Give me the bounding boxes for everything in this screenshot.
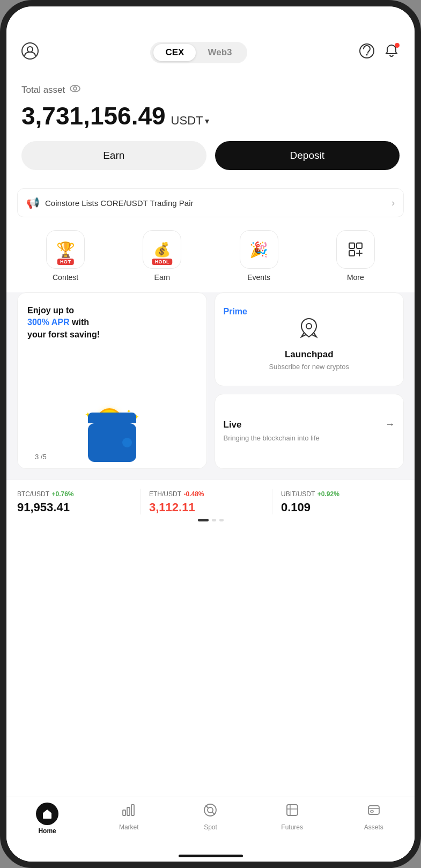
earn-apr: 300% APR bbox=[27, 318, 70, 327]
nav-item-events[interactable]: 🎉 Events bbox=[240, 230, 278, 282]
contest-icon: 🏆 bbox=[56, 241, 75, 259]
currency-text: USDT bbox=[171, 114, 203, 128]
header: CEX Web3 bbox=[6, 33, 415, 70]
currency-caret: ▾ bbox=[205, 116, 209, 126]
btc-change: +0.76% bbox=[51, 490, 73, 498]
earn-line3b: with bbox=[72, 318, 89, 327]
announcement-content: 📢 Coinstore Lists CORE/USDT Trading Pair bbox=[26, 196, 193, 209]
nav-tab-market[interactable]: Market bbox=[113, 803, 145, 835]
bottom-bar bbox=[6, 845, 415, 862]
dot-1 bbox=[212, 519, 216, 521]
ubit-pair-change: UBIT/USDT +0.92% bbox=[281, 489, 404, 498]
asset-label: Total asset bbox=[21, 83, 400, 97]
asset-label-text: Total asset bbox=[21, 85, 65, 95]
earn-button[interactable]: Earn bbox=[21, 141, 206, 170]
nav-tab-assets[interactable]: Assets bbox=[358, 803, 390, 835]
main-content: Total asset 3,731,156.49 USDT ▾ bbox=[6, 70, 415, 797]
announcement-bar[interactable]: 📢 Coinstore Lists CORE/USDT Trading Pair… bbox=[17, 188, 404, 217]
ubit-pair: UBIT/USDT bbox=[281, 490, 315, 498]
ticker-items: BTC/USDT +0.76% 91,953.41 ETH/USDT -0.48… bbox=[17, 489, 404, 514]
events-icon-box: 🎉 bbox=[240, 230, 278, 269]
eth-price: 3,112.11 bbox=[149, 501, 272, 514]
nav-item-more[interactable]: More bbox=[336, 230, 375, 282]
contest-icon-box: 🏆 HOT bbox=[46, 230, 85, 269]
svg-rect-12 bbox=[123, 810, 125, 815]
support-icon[interactable] bbox=[359, 43, 375, 63]
launchpad-title: Launchpad bbox=[285, 349, 334, 360]
dot-active bbox=[198, 519, 209, 521]
announcement-text: Coinstore Lists CORE/USDT Trading Pair bbox=[45, 198, 193, 208]
ticker-bar: BTC/USDT +0.76% 91,953.41 ETH/USDT -0.48… bbox=[6, 480, 415, 530]
svg-rect-13 bbox=[127, 807, 130, 815]
svg-rect-17 bbox=[287, 805, 298, 815]
asset-section: Total asset 3,731,156.49 USDT ▾ bbox=[6, 70, 415, 181]
deposit-button[interactable]: Deposit bbox=[215, 141, 400, 170]
market-label: Market bbox=[119, 823, 139, 831]
tab-switcher: CEX Web3 bbox=[150, 42, 247, 63]
earn-illustration: ✦ ✦ ✦ ₿ 3 /5 bbox=[27, 343, 197, 468]
home-icon bbox=[36, 803, 58, 825]
launchpad-card[interactable]: Prime Launchpad Subscribe for new crypto… bbox=[215, 292, 404, 386]
live-title: Live bbox=[224, 420, 242, 430]
ticker-btc[interactable]: BTC/USDT +0.76% 91,953.41 bbox=[17, 489, 140, 514]
ticker-eth[interactable]: ETH/USDT -0.48% 3,112.11 bbox=[140, 489, 272, 514]
nav-item-contest[interactable]: 🏆 HOT Contest bbox=[46, 230, 85, 282]
home-label: Home bbox=[38, 827, 56, 835]
header-icons bbox=[359, 43, 400, 63]
earn-label: Earn bbox=[154, 273, 171, 282]
chevron-right-icon: › bbox=[392, 197, 395, 209]
rocket-icon bbox=[297, 317, 321, 345]
visibility-icon[interactable] bbox=[69, 83, 81, 97]
dot-2 bbox=[219, 519, 224, 521]
spot-icon bbox=[203, 803, 218, 821]
more-icon-box bbox=[336, 230, 375, 269]
asset-amount: 3,731,156.49 bbox=[21, 101, 166, 130]
asset-currency[interactable]: USDT ▾ bbox=[171, 114, 210, 128]
eth-change: -0.48% bbox=[183, 490, 204, 498]
btc-pair-change: BTC/USDT +0.76% bbox=[17, 489, 140, 498]
earn-promo-card[interactable]: Enjoy up to 300% APR with your forst sav… bbox=[17, 292, 207, 469]
assets-icon bbox=[366, 803, 381, 821]
futures-label: Futures bbox=[281, 823, 303, 831]
live-card[interactable]: Live → Bringing the blockchain into life bbox=[215, 394, 404, 469]
svg-point-1 bbox=[27, 47, 33, 52]
hodl-badge: HODL bbox=[152, 259, 173, 265]
profile-icon[interactable] bbox=[21, 42, 39, 63]
earn-icon-box: 💰 HODL bbox=[143, 230, 181, 269]
asset-value: 3,731,156.49 USDT ▾ bbox=[21, 101, 400, 130]
earn-icon: 💰 bbox=[153, 241, 171, 258]
svg-rect-14 bbox=[131, 805, 134, 815]
svg-point-5 bbox=[73, 87, 77, 90]
notification-icon[interactable] bbox=[383, 43, 400, 63]
wallet-body bbox=[88, 423, 136, 462]
svg-point-11 bbox=[306, 323, 312, 329]
ticker-ubit[interactable]: UBIT/USDT +0.92% 0.109 bbox=[272, 489, 404, 514]
bottom-nav: Home Market bbox=[6, 797, 415, 845]
eth-pair: ETH/USDT bbox=[149, 490, 181, 498]
earn-counter: 3 /5 bbox=[35, 453, 47, 461]
earn-promo-text: Enjoy up to 300% APR with your forst sav… bbox=[27, 305, 197, 341]
svg-rect-8 bbox=[349, 251, 354, 256]
svg-rect-7 bbox=[357, 243, 362, 248]
ubit-price: 0.109 bbox=[281, 501, 404, 514]
prime-label-container: Prime bbox=[224, 307, 395, 317]
action-buttons: Earn Deposit bbox=[21, 141, 400, 170]
wallet-flap bbox=[88, 413, 136, 423]
nav-tab-futures[interactable]: Futures bbox=[276, 803, 308, 835]
ubit-change: +0.92% bbox=[317, 490, 339, 498]
svg-point-0 bbox=[22, 43, 38, 59]
svg-rect-6 bbox=[349, 243, 354, 248]
futures-icon bbox=[285, 803, 300, 821]
nav-tab-spot[interactable]: Spot bbox=[194, 803, 226, 835]
nav-tab-home[interactable]: Home bbox=[31, 803, 63, 835]
tab-web3[interactable]: Web3 bbox=[196, 44, 243, 61]
more-label: More bbox=[347, 273, 364, 282]
nav-item-earn[interactable]: 💰 HODL Earn bbox=[143, 230, 181, 282]
live-header: Live → bbox=[224, 419, 395, 430]
tab-cex[interactable]: CEX bbox=[153, 44, 196, 61]
earn-line1: Enjoy up to bbox=[27, 306, 74, 315]
btc-price: 91,953.41 bbox=[17, 501, 140, 514]
home-indicator bbox=[179, 855, 243, 857]
live-arrow-icon: → bbox=[385, 419, 395, 430]
svg-point-3 bbox=[366, 54, 367, 55]
